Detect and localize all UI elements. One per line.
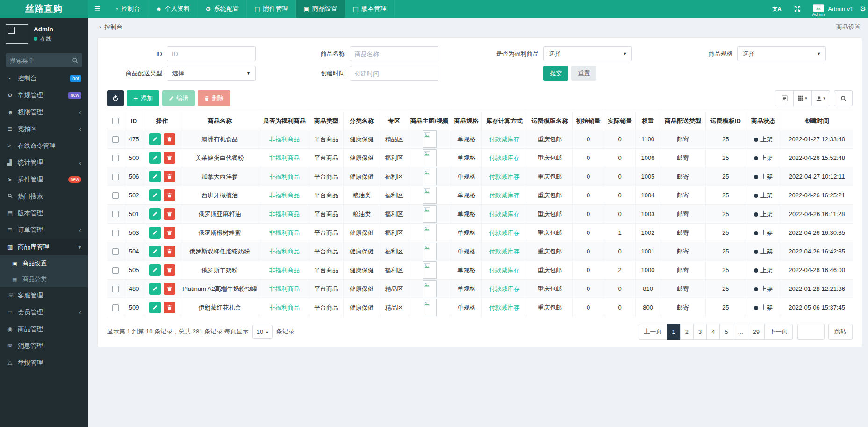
sidebar-item-3[interactable]: ≣竞拍区‹	[0, 121, 88, 138]
reset-button[interactable]: 重置	[571, 66, 596, 81]
row-delete-button[interactable]	[164, 264, 175, 276]
row-edit-button[interactable]	[149, 171, 161, 182]
sidebar-item-10[interactable]: ▥商品库管理▾	[0, 239, 88, 255]
sidebar-subitem-1[interactable]: ▦商品分类	[0, 271, 88, 287]
row-checkbox[interactable]	[112, 304, 119, 311]
translate-button[interactable]: 文A	[766, 0, 788, 18]
page-ellipsis[interactable]: ...	[733, 324, 748, 340]
sidebar-item-7[interactable]: 热门搜索	[0, 188, 88, 205]
row-delete-button[interactable]	[164, 171, 175, 182]
sidebar-toggle-button[interactable]: ☰	[88, 0, 107, 18]
row-edit-button[interactable]	[149, 208, 161, 220]
refresh-button[interactable]	[107, 90, 124, 106]
sidebar-search-input[interactable]	[10, 57, 72, 64]
row-checkbox[interactable]	[112, 211, 119, 217]
detail-view-button[interactable]	[775, 90, 794, 106]
row-edit-button[interactable]	[149, 133, 161, 145]
sidebar-item-14[interactable]: ✉消息管理	[0, 338, 88, 355]
jump-button[interactable]: 跳转	[828, 324, 853, 340]
row-checkbox[interactable]	[112, 230, 119, 236]
breadcrumb-left[interactable]: 控制台	[104, 23, 122, 31]
row-checkbox[interactable]	[112, 155, 119, 161]
sidebar-item-4[interactable]: >_在线命令管理	[0, 138, 88, 154]
toggle-search-button[interactable]	[834, 90, 853, 106]
product-image-placeholder[interactable]	[423, 149, 437, 166]
nav-item-0[interactable]: ◔控制台	[107, 0, 148, 18]
product-image-placeholder[interactable]	[423, 205, 437, 223]
nav-item-2[interactable]: ⚙系统配置	[198, 0, 247, 18]
row-delete-button[interactable]	[164, 152, 175, 164]
product-image-placeholder[interactable]	[423, 130, 437, 148]
nav-item-1[interactable]: ☻个人资料	[148, 0, 198, 18]
row-edit-button[interactable]	[149, 246, 161, 257]
page-button-4[interactable]: 4	[706, 324, 720, 340]
row-checkbox[interactable]	[112, 248, 119, 255]
welfare-filter-select[interactable]: 选择 ▼	[543, 46, 632, 61]
row-edit-button[interactable]	[149, 189, 161, 201]
product-image-placeholder[interactable]	[423, 280, 437, 297]
row-checkbox[interactable]	[112, 267, 119, 274]
edit-button[interactable]: 编辑	[162, 90, 195, 106]
jump-page-input[interactable]	[797, 324, 825, 340]
nav-item-4[interactable]: ▣商品设置	[296, 0, 345, 18]
row-edit-button[interactable]	[149, 283, 161, 295]
spec-filter-select[interactable]: 选择 ▼	[737, 46, 826, 61]
row-delete-button[interactable]	[164, 283, 175, 295]
sidebar-item-11[interactable]: ☏客服管理	[0, 287, 88, 304]
sidebar-item-0[interactable]: ◔控制台hot	[0, 70, 88, 87]
row-edit-button[interactable]	[149, 264, 161, 276]
row-delete-button[interactable]	[164, 227, 175, 239]
page-button-5[interactable]: 5	[719, 324, 733, 340]
row-edit-button[interactable]	[149, 227, 161, 239]
row-delete-button[interactable]	[164, 208, 175, 220]
select-all-checkbox[interactable]	[112, 118, 119, 124]
sidebar-item-9[interactable]: ≣订单管理‹	[0, 222, 88, 239]
id-filter-input[interactable]	[167, 46, 256, 61]
sidebar-item-2[interactable]: ☻权限管理‹	[0, 104, 88, 121]
row-delete-button[interactable]	[164, 246, 175, 257]
product-image-placeholder[interactable]	[423, 168, 437, 185]
add-button[interactable]: 添加	[127, 90, 159, 106]
settings-button[interactable]: ⚙	[858, 0, 868, 18]
nav-item-5[interactable]: ▤版本管理	[345, 0, 395, 18]
product-image-placeholder[interactable]	[423, 243, 437, 260]
sidebar-item-6[interactable]: ➤插件管理new	[0, 171, 88, 188]
product-name-filter-input[interactable]	[350, 46, 438, 61]
sidebar-subitem-0[interactable]: ▣商品设置	[0, 255, 88, 271]
row-delete-button[interactable]	[164, 189, 175, 201]
delivery-filter-select[interactable]: 选择 ▼	[167, 66, 256, 81]
navbar-user-menu[interactable]: Admin Admin:v1	[807, 0, 858, 18]
row-edit-button[interactable]	[149, 302, 161, 313]
sidebar-item-1[interactable]: ⚙常规管理new	[0, 87, 88, 104]
page-button-29[interactable]: 29	[748, 324, 765, 340]
next-page-button[interactable]: 下一页	[764, 324, 793, 340]
row-checkbox[interactable]	[112, 286, 119, 292]
submit-button[interactable]: 提交	[543, 66, 568, 81]
product-image-placeholder[interactable]	[423, 187, 437, 204]
sidebar-item-13[interactable]: ◉商品管理	[0, 321, 88, 338]
brand-logo[interactable]: 丝路直购	[0, 0, 88, 18]
product-image-placeholder[interactable]	[423, 261, 437, 279]
columns-button[interactable]: ▾	[793, 90, 812, 106]
sidebar-item-12[interactable]: ≣会员管理‹	[0, 304, 88, 321]
per-page-select[interactable]: 10 ▴	[252, 325, 273, 339]
sidebar-item-5[interactable]: ▟统计管理‹	[0, 154, 88, 171]
created-time-filter-input[interactable]	[350, 66, 438, 81]
row-delete-button[interactable]	[164, 133, 175, 145]
delete-button[interactable]: 删除	[198, 90, 230, 106]
row-checkbox[interactable]	[112, 136, 119, 143]
fullscreen-button[interactable]	[788, 0, 807, 18]
product-image-placeholder[interactable]	[423, 224, 437, 241]
prev-page-button[interactable]: 上一页	[639, 324, 667, 340]
product-image-placeholder[interactable]	[423, 299, 437, 316]
row-checkbox[interactable]	[112, 174, 119, 180]
row-checkbox[interactable]	[112, 192, 119, 199]
page-button-1[interactable]: 1	[667, 324, 681, 340]
row-delete-button[interactable]	[164, 302, 175, 313]
sidebar-item-15[interactable]: ⚠举报管理	[0, 355, 88, 371]
nav-item-3[interactable]: ▤附件管理	[247, 0, 296, 18]
page-button-2[interactable]: 2	[680, 324, 694, 340]
search-icon[interactable]	[72, 58, 78, 64]
sidebar-item-8[interactable]: ▤版本管理	[0, 205, 88, 222]
export-button[interactable]: ▾	[811, 90, 830, 106]
